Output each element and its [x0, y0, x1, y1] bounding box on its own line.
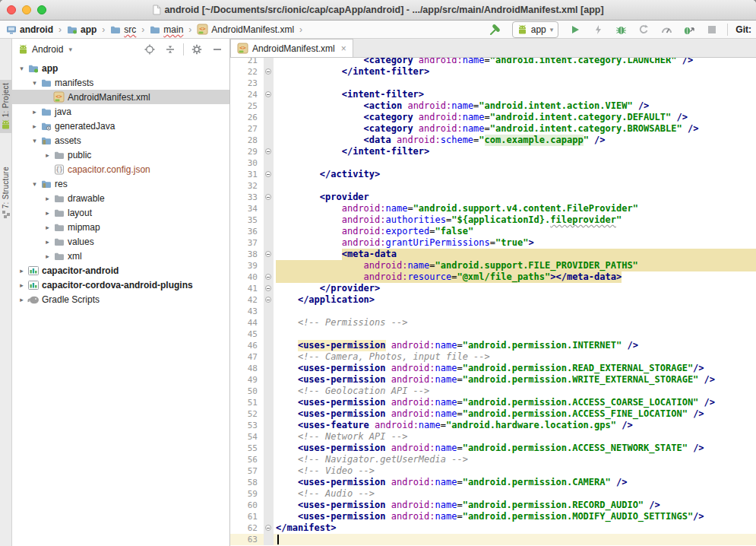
code-line-58[interactable]: 58 <uses-permission android:name="androi… [230, 477, 756, 488]
code-line-21[interactable]: 21 <category android:name="android.inten… [230, 58, 756, 66]
code-line-60[interactable]: 60 <uses-permission android:name="androi… [230, 500, 756, 511]
fold-marker-icon[interactable] [265, 274, 271, 280]
close-window-button[interactable] [7, 5, 16, 14]
tree-item-layout[interactable]: ▸layout [12, 205, 229, 220]
code-line-49[interactable]: 49 <uses-permission android:name="androi… [230, 374, 756, 386]
code-line-33[interactable]: 33 <provider [230, 192, 756, 203]
breadcrumb-item-src[interactable]: src [109, 24, 138, 35]
code-line-29[interactable]: 29 </intent-filter> [230, 146, 756, 157]
chevron-down-icon[interactable]: ▾ [30, 180, 40, 188]
fold-marker-icon[interactable] [265, 297, 271, 303]
attach-debugger-icon[interactable] [682, 22, 697, 37]
code-line-62[interactable]: 62</manifest> [230, 522, 756, 534]
chevron-right-icon[interactable]: ▸ [30, 108, 40, 116]
tree-item-res[interactable]: ▾res [12, 176, 229, 191]
tree-item-androidmanifest-xml[interactable]: <>AndroidManifest.xml [12, 90, 229, 104]
breadcrumb-item-main[interactable]: main [148, 24, 185, 35]
tree-item-capacitor-cordova-android-plugins[interactable]: ▸capacitor-cordova-android-plugins [12, 278, 229, 292]
tool-window-button-project[interactable]: 1: Project [0, 80, 11, 133]
code-line-28[interactable]: 28 <data android:scheme="com.example.cap… [230, 135, 756, 146]
code-line-47[interactable]: 47 <!-- Camera, Photos, input file --> [230, 351, 756, 363]
code-line-55[interactable]: 55 <uses-permission android:name="androi… [230, 443, 756, 454]
zoom-window-button[interactable] [37, 5, 46, 14]
code-line-23[interactable]: 23 [230, 78, 756, 89]
chevron-right-icon[interactable]: ▸ [43, 224, 52, 231]
fold-marker-icon[interactable] [265, 525, 271, 531]
tree-item-mipmap[interactable]: ▸mipmap [12, 220, 229, 234]
locate-icon[interactable] [142, 42, 157, 57]
code-line-57[interactable]: 57 <!-- Video --> [230, 465, 756, 477]
code-line-44[interactable]: 44 <!-- Permissions --> [230, 317, 756, 329]
fold-marker-icon[interactable] [265, 68, 271, 75]
tab-androidmanifest[interactable]: <> AndroidManifest.xml × [230, 39, 353, 57]
fold-marker-icon[interactable] [265, 171, 271, 177]
code-line-24[interactable]: 24 <intent-filter> [230, 89, 756, 100]
code-line-50[interactable]: 50 <!-- Geolocation API --> [230, 386, 756, 397]
chevron-right-icon[interactable]: ▸ [17, 296, 27, 303]
chevron-right-icon[interactable]: ▸ [43, 252, 52, 260]
run-icon[interactable] [568, 22, 583, 37]
code-line-26[interactable]: 26 <category android:name="android.inten… [230, 112, 756, 123]
code-line-27[interactable]: 27 <category android:name="android.inten… [230, 123, 756, 135]
code-line-41[interactable]: 41 </provider> [230, 283, 756, 294]
fold-marker-icon[interactable] [265, 194, 271, 200]
fold-marker-icon[interactable] [265, 285, 271, 291]
code-line-36[interactable]: 36 android:exported="false" [230, 226, 756, 237]
code-line-22[interactable]: 22 </intent-filter> [230, 66, 756, 78]
tree-item-capacitor-config-json[interactable]: {}capacitor.config.json [12, 162, 229, 176]
code-line-25[interactable]: 25 <action android:name="android.intent.… [230, 100, 756, 112]
debug-icon[interactable] [613, 22, 628, 37]
tree-item-java[interactable]: ▸java [12, 104, 229, 119]
code-line-45[interactable]: 45 [230, 329, 756, 340]
tree-item-gradle-scripts[interactable]: ▸Gradle Scripts [12, 292, 229, 306]
code-line-39[interactable]: 39 android:name="android.support.FILE_PR… [230, 260, 756, 271]
chevron-right-icon[interactable]: ▸ [43, 195, 52, 202]
code-line-56[interactable]: 56 <!-- Navigator.getUserMedia --> [230, 454, 756, 465]
code-line-35[interactable]: 35 android:authorities="${applicationId}… [230, 214, 756, 226]
code-line-37[interactable]: 37 android:grantUriPermissions="true"> [230, 237, 756, 249]
tree-item-manifests[interactable]: ▾manifests [12, 75, 229, 90]
chevron-right-icon[interactable]: ▸ [30, 122, 40, 130]
code-line-59[interactable]: 59 <!-- Audio --> [230, 488, 756, 500]
chevron-down-icon[interactable]: ▾ [30, 137, 40, 144]
code-line-32[interactable]: 32 [230, 180, 756, 192]
chevron-right-icon[interactable]: ▸ [43, 151, 52, 159]
code-line-53[interactable]: 53 <uses-feature android:name="android.h… [230, 420, 756, 431]
code-line-48[interactable]: 48 <uses-permission android:name="androi… [230, 363, 756, 374]
chevron-right-icon[interactable]: ▸ [17, 267, 27, 275]
code-line-30[interactable]: 30 [230, 157, 756, 169]
code-line-52[interactable]: 52 <uses-permission android:name="androi… [230, 408, 756, 420]
git-branch-label[interactable]: Git: [735, 24, 751, 35]
code-editor[interactable]: 21 <category android:name="android.inten… [230, 58, 756, 546]
breadcrumb-item-app[interactable]: app [65, 24, 98, 35]
fold-marker-icon[interactable] [265, 251, 271, 257]
chevron-right-icon[interactable]: ▸ [43, 238, 52, 246]
run-config-select[interactable]: app▾ [512, 21, 559, 38]
tree-item-capacitor-android[interactable]: ▸capacitor-android [12, 263, 229, 278]
code-line-43[interactable]: 43 [230, 306, 756, 317]
chevron-down-icon[interactable]: ▾ [30, 79, 40, 87]
minimize-window-button[interactable] [22, 5, 31, 14]
code-line-42[interactable]: 42 </application> [230, 294, 756, 306]
tool-window-button-structure[interactable]: 7: Structure [0, 163, 11, 221]
hide-panel-icon[interactable] [210, 42, 225, 57]
code-line-46[interactable]: 46 <uses-permission android:name="androi… [230, 340, 756, 351]
code-line-40[interactable]: 40 android:resource="@xml/file_paths"></… [230, 271, 756, 283]
tree-item-app[interactable]: ▾app [12, 61, 229, 75]
code-line-34[interactable]: 34 android:name="android.support.v4.cont… [230, 203, 756, 214]
chevron-right-icon[interactable]: ▸ [17, 281, 27, 289]
code-line-51[interactable]: 51 <uses-permission android:name="androi… [230, 397, 756, 408]
tree-item-public[interactable]: ▸public [12, 148, 229, 162]
code-line-61[interactable]: 61 <uses-permission android:name="androi… [230, 511, 756, 522]
tree-item-values[interactable]: ▸values [12, 234, 229, 249]
code-line-54[interactable]: 54 <!-- Network API --> [230, 431, 756, 443]
tree-item-drawable[interactable]: ▸drawable [12, 191, 229, 205]
fold-marker-icon[interactable] [265, 91, 271, 97]
chevron-right-icon[interactable]: ▸ [43, 209, 52, 217]
project-view-selector[interactable]: Android [32, 44, 63, 55]
breadcrumb-item-android[interactable]: android [5, 24, 55, 35]
collapse-all-icon[interactable] [163, 42, 178, 57]
code-line-63[interactable]: 63 [230, 534, 756, 545]
code-line-31[interactable]: 31 </activity> [230, 169, 756, 180]
close-tab-icon[interactable]: × [339, 43, 346, 54]
